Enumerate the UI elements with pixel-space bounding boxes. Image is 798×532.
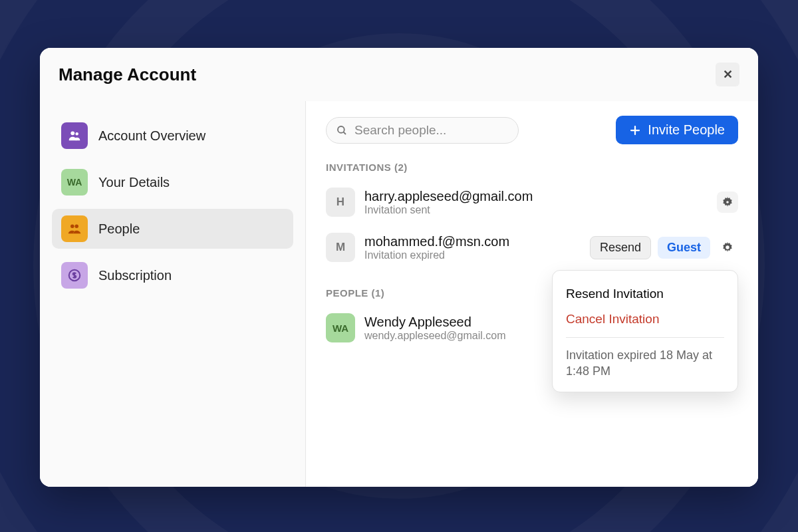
sidebar-item-label: Account Overview bbox=[98, 128, 205, 144]
avatar: H bbox=[326, 188, 355, 217]
invitation-email: mohammed.f@msn.com bbox=[364, 234, 581, 249]
divider bbox=[566, 337, 724, 338]
dropdown-info: Invitation expired 18 May at 1:48 PM bbox=[566, 343, 724, 381]
invitation-status: Invitation sent bbox=[364, 204, 708, 216]
sidebar-item-your-details[interactable]: WA Your Details bbox=[52, 162, 293, 202]
svg-point-8 bbox=[726, 245, 729, 249]
sidebar-item-label: People bbox=[98, 221, 140, 237]
main-panel: Invite People INVITATIONS (2) H harry.ap… bbox=[306, 101, 758, 487]
people-group-icon bbox=[61, 122, 88, 149]
invitation-status: Invitation expired bbox=[364, 249, 581, 261]
avatar: WA bbox=[326, 313, 355, 342]
invitation-email: harry.appleseed@gmail.com bbox=[364, 189, 708, 204]
row-settings-button[interactable] bbox=[717, 192, 738, 213]
close-icon: ✕ bbox=[723, 67, 733, 82]
resend-button[interactable]: Resend bbox=[590, 236, 651, 259]
people-icon bbox=[61, 215, 88, 242]
sidebar-item-account-overview[interactable]: Account Overview bbox=[52, 116, 293, 156]
invitation-row: M mohammed.f@msn.com Invitation expired … bbox=[326, 227, 738, 273]
gear-icon bbox=[721, 241, 734, 254]
svg-point-3 bbox=[74, 225, 78, 229]
initials-icon: WA bbox=[61, 169, 88, 196]
modal-header: Manage Account ✕ bbox=[40, 48, 758, 101]
close-button[interactable]: ✕ bbox=[716, 63, 739, 86]
gear-icon bbox=[721, 196, 734, 209]
svg-point-0 bbox=[70, 131, 74, 135]
svg-point-7 bbox=[726, 200, 729, 203]
role-badge[interactable]: Guest bbox=[658, 237, 710, 259]
search-icon bbox=[336, 124, 348, 136]
dropdown-cancel-invitation[interactable]: Cancel Invitation bbox=[566, 307, 724, 332]
row-actions bbox=[717, 192, 738, 213]
manage-account-modal: Manage Account ✕ Account Overview WA You… bbox=[40, 48, 758, 487]
row-settings-dropdown: Resend Invitation Cancel Invitation Invi… bbox=[552, 270, 738, 392]
sidebar-item-subscription[interactable]: Subscription bbox=[52, 255, 293, 295]
svg-point-2 bbox=[70, 225, 74, 229]
toolbar: Invite People bbox=[326, 116, 738, 144]
sidebar-item-people[interactable]: People bbox=[52, 209, 293, 249]
person-name: Wendy Appleseed bbox=[364, 315, 537, 330]
svg-point-1 bbox=[75, 132, 78, 135]
section-label-invitations: INVITATIONS (2) bbox=[326, 162, 738, 173]
dollar-icon bbox=[61, 262, 88, 289]
invitation-row: H harry.appleseed@gmail.com Invitation s… bbox=[326, 182, 738, 227]
row-text: Wendy Appleseed wendy.appleseed@gmail.co… bbox=[364, 315, 537, 342]
person-email: wendy.appleseed@gmail.com bbox=[364, 330, 537, 342]
invite-people-button[interactable]: Invite People bbox=[616, 116, 738, 144]
plus-icon bbox=[629, 124, 641, 136]
avatar: M bbox=[326, 233, 355, 262]
row-actions: Resend Guest bbox=[590, 236, 738, 259]
sidebar: Account Overview WA Your Details People … bbox=[40, 101, 306, 487]
search-field[interactable] bbox=[326, 117, 519, 144]
sidebar-item-label: Subscription bbox=[98, 268, 172, 283]
row-text: mohammed.f@msn.com Invitation expired bbox=[364, 234, 581, 261]
invite-button-label: Invite People bbox=[648, 122, 725, 138]
svg-point-5 bbox=[338, 126, 344, 133]
modal-title: Manage Account bbox=[59, 65, 196, 85]
search-input[interactable] bbox=[354, 123, 512, 138]
dropdown-resend-invitation[interactable]: Resend Invitation bbox=[566, 281, 724, 307]
modal-body: Account Overview WA Your Details People … bbox=[40, 101, 758, 487]
row-text: harry.appleseed@gmail.com Invitation sen… bbox=[364, 189, 708, 216]
row-settings-button[interactable] bbox=[717, 237, 738, 258]
sidebar-item-label: Your Details bbox=[98, 175, 170, 190]
